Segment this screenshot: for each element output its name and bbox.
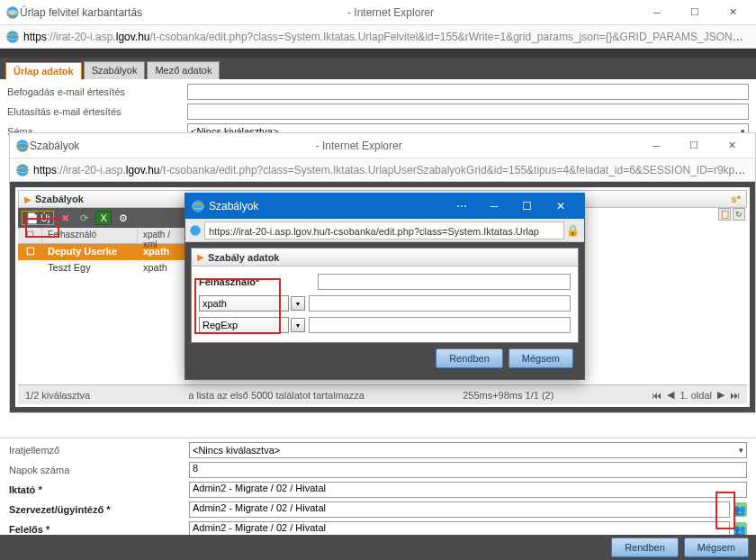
label-iktato: Iktató * [9, 484, 189, 495]
arrow-icon: ▶ [24, 194, 32, 204]
main-ok-button[interactable]: Rendben [611, 537, 679, 557]
svg-point-2 [6, 31, 18, 42]
dropdown-xpath-button[interactable]: ▾ [291, 296, 305, 311]
pager-first[interactable]: ⏮ [652, 390, 662, 401]
table-row[interactable]: Teszt Egy xpath [18, 260, 189, 276]
excel-button[interactable]: X [95, 211, 111, 225]
modal-maximize-button[interactable]: ☐ [510, 195, 543, 217]
close-button[interactable]: ✕ [715, 3, 751, 23]
inner-url[interactable]: https://irat-20-i.asp.lgov.hu/t-csobanka… [30, 162, 750, 178]
inner-browser-name: - Internet Explorer [79, 140, 638, 152]
ie-icon [191, 199, 205, 213]
select-regexp[interactable]: RegExp [199, 317, 289, 333]
picker-icon[interactable]: 👥 [734, 502, 747, 517]
svg-point-8 [192, 200, 203, 212]
main-cancel-button[interactable]: Mégsem [684, 537, 749, 557]
label-elutasitas: Elutasítás e-mail értesítés [7, 106, 187, 117]
main-addressbar: https://irat-20-i.asp.lgov.hu/t-csobanka… [0, 25, 756, 49]
grid-toolbar: 📄Új ✖ ⟳ X ⚙ [18, 208, 189, 228]
modal-url[interactable]: https://irat-20-i.asp.lgov.hu/t-csobanka… [204, 221, 564, 239]
lock-icon: 🔒 [564, 224, 580, 237]
input-befogadas[interactable] [187, 84, 749, 100]
tabstrip: Űrlap adatok Szabályok Mező adatok [0, 58, 756, 79]
copy-icon[interactable]: 📋 [718, 208, 731, 221]
modal-more-button[interactable]: ⋯ [446, 195, 478, 217]
timing-info: 255ms+98ms 1/1 (2) [463, 390, 554, 401]
delete-button[interactable]: ✖ [58, 211, 73, 225]
result-info: a lista az első 5000 találatot tartalmaz… [188, 390, 364, 401]
input-felhasznalo[interactable] [318, 274, 571, 290]
select-iratjellemzo[interactable]: <Nincs kiválasztva>▾ [189, 442, 747, 458]
refresh-icon[interactable]: ↻ [733, 208, 745, 221]
inner-maximize-button[interactable]: ☐ [676, 136, 712, 156]
col-felhasznalo[interactable]: Felhasználó [42, 228, 138, 243]
tab-szabalyok[interactable]: Szabályok [84, 61, 146, 79]
inner-minimize-button[interactable]: ─ [638, 136, 674, 156]
label-napok: Napok száma [9, 465, 189, 475]
pager-page: 1. oldal [680, 390, 711, 401]
tab-mezo-adatok[interactable]: Mező adatok [147, 61, 220, 79]
svg-point-6 [16, 164, 28, 176]
label-felhasznalo: Felhasználó* [199, 276, 298, 287]
filter-button[interactable]: ⚙ [115, 211, 131, 225]
modal-ok-button[interactable]: Rendben [436, 348, 503, 368]
grid-footer: 1/2 kiválasztva a lista az első 5000 tal… [18, 384, 747, 404]
input-xpath[interactable] [309, 295, 571, 312]
pager: ⏮ ◀ 1. oldal ▶ ⏭ [652, 389, 739, 401]
table-row[interactable]: ☐ Deputy Userke xpath [18, 244, 189, 260]
inner-window-title: Szabályok [30, 140, 79, 152]
browser-name: - Internet Explorer [142, 6, 639, 19]
modal-section-header: ▶ Szabály adatok [192, 248, 578, 266]
bottom-action-bar: Rendben Mégsem [0, 535, 756, 560]
ie-icon [189, 224, 202, 237]
select-xpath[interactable]: xpath [199, 295, 289, 312]
svg-point-4 [16, 140, 28, 151]
grid-columns: ☐ Felhasználó xpath / xml [18, 228, 189, 244]
modal-titlebar[interactable]: Szabályok ⋯ ─ ☐ ✕ [185, 194, 584, 219]
label-szervezet: Szervezet/ügyintéző * [9, 504, 189, 515]
pager-next[interactable]: ▶ [717, 389, 724, 401]
modal-minimize-button[interactable]: ─ [478, 195, 510, 217]
col-checkbox[interactable]: ☐ [18, 228, 42, 243]
refresh-button[interactable]: ⟳ [76, 211, 92, 225]
minimize-button[interactable]: ─ [639, 3, 675, 23]
inner-addressbar: https://irat-20-i.asp.lgov.hu/t-csobanka… [10, 158, 755, 182]
star-indicator: s* [732, 194, 741, 204]
modal-section-title: Szabály adatok [208, 252, 279, 263]
selection-count: 1/2 kiválasztva [25, 390, 90, 401]
grid-title: Szabályok [35, 194, 84, 204]
input-elutasitas[interactable] [187, 104, 749, 120]
tab-urlap-adatok[interactable]: Űrlap adatok [5, 62, 82, 80]
pager-prev[interactable]: ◀ [667, 389, 674, 401]
modal-addressbar: https://irat-20-i.asp.lgov.hu/t-csobanka… [185, 219, 584, 242]
label-felelos: Felelős * [9, 524, 189, 535]
modal-cancel-button[interactable]: Mégsem [508, 348, 573, 368]
maximize-button[interactable]: ☐ [677, 3, 713, 23]
pager-last[interactable]: ⏭ [730, 390, 740, 401]
window-title: Űrlap felvitel karbantartás [20, 6, 142, 19]
label-befogadas: Befogadás e-mail értesítés [7, 86, 187, 97]
input-iktato[interactable]: Admin2 - Migrate / 02 / Hivatal [189, 482, 747, 498]
main-titlebar: Űrlap felvitel karbantartás - Internet E… [0, 0, 756, 25]
ie-icon [5, 30, 20, 44]
new-button[interactable]: 📄Új [22, 211, 54, 225]
modal-szabalyok: Szabályok ⋯ ─ ☐ ✕ https://irat-20-i.asp.… [184, 193, 585, 380]
inner-titlebar: Szabályok - Internet Explorer ─ ☐ ✕ [10, 133, 755, 158]
col-xpath[interactable]: xpath / xml [138, 228, 189, 243]
label-iratjellemzo: Iratjellemző [9, 445, 189, 456]
modal-title: Szabályok [209, 200, 258, 212]
ie-icon [15, 139, 30, 153]
ie-icon [5, 5, 20, 20]
bottom-form: Iratjellemző <Nincs kiválasztva>▾ Napok … [0, 438, 756, 543]
ie-icon [15, 163, 30, 177]
arrow-icon: ▶ [197, 252, 204, 262]
inner-close-button[interactable]: ✕ [714, 136, 750, 156]
input-regexp[interactable] [309, 317, 571, 333]
main-url[interactable]: https://irat-20-i.asp.lgov.hu/t-csobanka… [20, 29, 751, 45]
chevron-down-icon: ▾ [739, 446, 743, 455]
input-napok[interactable]: 8 [189, 462, 747, 478]
dropdown-regexp-button[interactable]: ▾ [291, 318, 305, 332]
input-szervezet[interactable]: Admin2 - Migrate / 02 / Hivatal [189, 501, 730, 518]
modal-close-button[interactable]: ✕ [543, 195, 579, 217]
svg-point-10 [190, 225, 201, 236]
